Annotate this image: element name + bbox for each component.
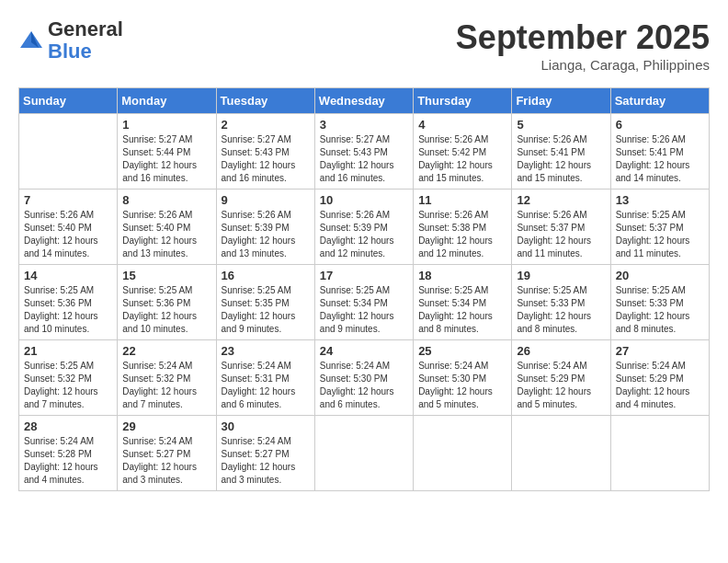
calendar-cell: 1Sunrise: 5:27 AM Sunset: 5:44 PM Daylig…: [118, 114, 216, 190]
calendar-cell: 3Sunrise: 5:27 AM Sunset: 5:43 PM Daylig…: [314, 114, 413, 190]
calendar-cell: [610, 416, 709, 491]
day-number: 28: [24, 419, 112, 433]
day-info: Sunrise: 5:24 AM Sunset: 5:29 PM Dayligh…: [616, 360, 704, 411]
day-number: 29: [122, 419, 210, 433]
day-info: Sunrise: 5:25 AM Sunset: 5:34 PM Dayligh…: [320, 284, 408, 336]
calendar-cell: 9Sunrise: 5:26 AM Sunset: 5:39 PM Daylig…: [216, 190, 314, 265]
calendar-cell: [19, 114, 118, 190]
day-info: Sunrise: 5:26 AM Sunset: 5:40 PM Dayligh…: [122, 209, 210, 260]
day-info: Sunrise: 5:25 AM Sunset: 5:35 PM Dayligh…: [222, 284, 310, 336]
day-info: Sunrise: 5:26 AM Sunset: 5:39 PM Dayligh…: [222, 209, 310, 260]
calendar-header-thursday: Thursday: [414, 88, 512, 114]
calendar-header-friday: Friday: [512, 88, 610, 114]
day-info: Sunrise: 5:24 AM Sunset: 5:30 PM Dayligh…: [320, 360, 408, 411]
calendar-cell: 15Sunrise: 5:25 AM Sunset: 5:36 PM Dayli…: [118, 265, 216, 340]
day-info: Sunrise: 5:25 AM Sunset: 5:32 PM Dayligh…: [24, 360, 112, 411]
logo-icon: [18, 28, 44, 53]
day-info: Sunrise: 5:24 AM Sunset: 5:29 PM Dayligh…: [517, 360, 605, 411]
day-number: 9: [222, 193, 310, 207]
calendar-cell: 7Sunrise: 5:26 AM Sunset: 5:40 PM Daylig…: [19, 190, 118, 265]
calendar-week-row: 28Sunrise: 5:24 AM Sunset: 5:28 PM Dayli…: [19, 416, 710, 491]
day-number: 18: [418, 269, 506, 282]
calendar-cell: 23Sunrise: 5:24 AM Sunset: 5:31 PM Dayli…: [216, 340, 314, 416]
day-info: Sunrise: 5:26 AM Sunset: 5:39 PM Dayligh…: [320, 209, 408, 260]
calendar-header-row: SundayMondayTuesdayWednesdayThursdayFrid…: [19, 88, 710, 114]
calendar-cell: 25Sunrise: 5:24 AM Sunset: 5:30 PM Dayli…: [414, 340, 512, 416]
day-info: Sunrise: 5:25 AM Sunset: 5:33 PM Dayligh…: [616, 284, 704, 336]
calendar-cell: 8Sunrise: 5:26 AM Sunset: 5:40 PM Daylig…: [118, 190, 216, 265]
day-info: Sunrise: 5:24 AM Sunset: 5:32 PM Dayligh…: [122, 360, 210, 411]
calendar-cell: 12Sunrise: 5:26 AM Sunset: 5:37 PM Dayli…: [512, 190, 610, 265]
day-number: 5: [517, 118, 605, 132]
day-number: 30: [222, 419, 310, 433]
day-number: 12: [517, 193, 605, 207]
day-info: Sunrise: 5:25 AM Sunset: 5:37 PM Dayligh…: [616, 209, 704, 260]
calendar-cell: [414, 416, 512, 491]
day-info: Sunrise: 5:24 AM Sunset: 5:30 PM Dayligh…: [418, 360, 506, 411]
day-number: 21: [24, 344, 112, 358]
day-number: 16: [222, 269, 310, 282]
day-number: 8: [122, 193, 210, 207]
calendar-header-saturday: Saturday: [610, 88, 709, 114]
calendar-cell: 10Sunrise: 5:26 AM Sunset: 5:39 PM Dayli…: [314, 190, 413, 265]
day-number: 15: [122, 269, 210, 282]
day-info: Sunrise: 5:24 AM Sunset: 5:27 PM Dayligh…: [122, 435, 210, 487]
day-number: 13: [616, 193, 704, 207]
day-number: 19: [517, 269, 605, 282]
day-info: Sunrise: 5:26 AM Sunset: 5:37 PM Dayligh…: [517, 209, 605, 260]
calendar-cell: 18Sunrise: 5:25 AM Sunset: 5:34 PM Dayli…: [414, 265, 512, 340]
day-info: Sunrise: 5:25 AM Sunset: 5:36 PM Dayligh…: [24, 284, 112, 336]
day-info: Sunrise: 5:24 AM Sunset: 5:27 PM Dayligh…: [222, 435, 310, 487]
day-number: 7: [24, 193, 112, 207]
day-info: Sunrise: 5:26 AM Sunset: 5:38 PM Dayligh…: [418, 209, 506, 260]
day-number: 24: [320, 344, 408, 358]
calendar-cell: 17Sunrise: 5:25 AM Sunset: 5:34 PM Dayli…: [314, 265, 413, 340]
page-header: General Blue September 2025 Lianga, Cara…: [18, 18, 710, 73]
day-number: 26: [517, 344, 605, 358]
calendar-header-monday: Monday: [118, 88, 216, 114]
calendar-cell: 29Sunrise: 5:24 AM Sunset: 5:27 PM Dayli…: [118, 416, 216, 491]
calendar-cell: 24Sunrise: 5:24 AM Sunset: 5:30 PM Dayli…: [314, 340, 413, 416]
calendar-cell: 19Sunrise: 5:25 AM Sunset: 5:33 PM Dayli…: [512, 265, 610, 340]
day-number: 17: [320, 269, 408, 282]
calendar-cell: 5Sunrise: 5:26 AM Sunset: 5:41 PM Daylig…: [512, 114, 610, 190]
day-info: Sunrise: 5:25 AM Sunset: 5:36 PM Dayligh…: [122, 284, 210, 336]
calendar-cell: 14Sunrise: 5:25 AM Sunset: 5:36 PM Dayli…: [19, 265, 118, 340]
day-number: 10: [320, 193, 408, 207]
day-info: Sunrise: 5:26 AM Sunset: 5:41 PM Dayligh…: [517, 133, 605, 185]
calendar-cell: 28Sunrise: 5:24 AM Sunset: 5:28 PM Dayli…: [19, 416, 118, 491]
calendar-cell: 2Sunrise: 5:27 AM Sunset: 5:43 PM Daylig…: [216, 114, 314, 190]
day-number: 2: [222, 118, 310, 132]
day-info: Sunrise: 5:27 AM Sunset: 5:44 PM Dayligh…: [122, 133, 210, 185]
calendar-cell: 16Sunrise: 5:25 AM Sunset: 5:35 PM Dayli…: [216, 265, 314, 340]
calendar-cell: 4Sunrise: 5:26 AM Sunset: 5:42 PM Daylig…: [414, 114, 512, 190]
calendar-cell: [314, 416, 413, 491]
day-number: 6: [616, 118, 704, 132]
day-info: Sunrise: 5:24 AM Sunset: 5:31 PM Dayligh…: [222, 360, 310, 411]
calendar-cell: 20Sunrise: 5:25 AM Sunset: 5:33 PM Dayli…: [610, 265, 709, 340]
day-number: 25: [418, 344, 506, 358]
calendar-cell: 27Sunrise: 5:24 AM Sunset: 5:29 PM Dayli…: [610, 340, 709, 416]
logo-text: General Blue: [48, 18, 123, 63]
calendar-table: SundayMondayTuesdayWednesdayThursdayFrid…: [18, 87, 710, 491]
calendar-week-row: 1Sunrise: 5:27 AM Sunset: 5:44 PM Daylig…: [19, 114, 710, 190]
title-block: September 2025 Lianga, Caraga, Philippin…: [456, 18, 710, 73]
day-info: Sunrise: 5:26 AM Sunset: 5:42 PM Dayligh…: [418, 133, 506, 185]
calendar-header-sunday: Sunday: [19, 88, 118, 114]
calendar-header-tuesday: Tuesday: [216, 88, 314, 114]
calendar-cell: 26Sunrise: 5:24 AM Sunset: 5:29 PM Dayli…: [512, 340, 610, 416]
day-number: 3: [320, 118, 408, 132]
day-number: 1: [122, 118, 210, 132]
month-title: September 2025: [456, 18, 710, 57]
day-info: Sunrise: 5:27 AM Sunset: 5:43 PM Dayligh…: [222, 133, 310, 185]
day-info: Sunrise: 5:26 AM Sunset: 5:41 PM Dayligh…: [616, 133, 704, 185]
day-number: 23: [222, 344, 310, 358]
day-number: 22: [122, 344, 210, 358]
day-number: 20: [616, 269, 704, 282]
calendar-cell: [512, 416, 610, 491]
day-info: Sunrise: 5:26 AM Sunset: 5:40 PM Dayligh…: [24, 209, 112, 260]
logo: General Blue: [18, 18, 123, 63]
location: Lianga, Caraga, Philippines: [456, 57, 710, 73]
calendar-cell: 6Sunrise: 5:26 AM Sunset: 5:41 PM Daylig…: [610, 114, 709, 190]
logo-blue: Blue: [48, 40, 92, 63]
